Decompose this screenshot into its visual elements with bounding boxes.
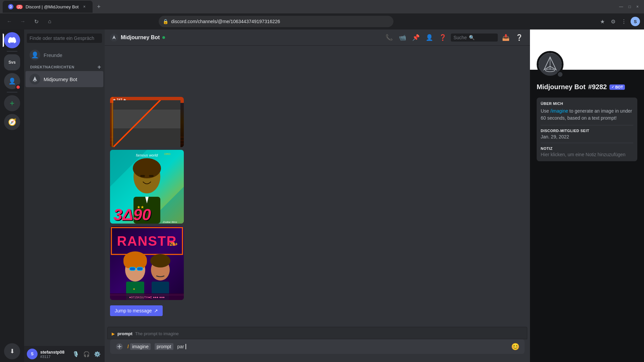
command-name-chip: imagine [130,343,151,350]
poster-car-image: 1990 ★ 747 ★ [110,97,184,147]
bot-badge: ✓ BOT [609,84,625,90]
channel-search-box[interactable]: Suche 🔍 [451,34,498,42]
chat-input-text-area[interactable]: / imagine prompt par [127,340,507,353]
search-placeholder: Suche [453,35,467,40]
deafen-button[interactable]: 🎧 [82,349,91,359]
tab-favicon: D [8,4,13,9]
server-sidebar: Svs 👤 + 🧭 ⬇ [0,29,24,362]
channel-avatar [110,34,118,42]
dm-search-container: Finde oder starte ein Gespräch [24,29,105,47]
svg-point-20 [133,158,161,178]
midjourney-bot-avatar [30,74,40,84]
help-circle-icon[interactable]: ❔ [514,32,525,43]
person-poster-svg: ★★ 3Δ90 famous world ORO Zodiac films [110,150,184,224]
browser-profile-button[interactable]: S [631,17,640,26]
member-since-label: DISCORD-MITGLIED SEIT [541,129,633,133]
forward-button[interactable]: → [17,16,28,27]
video-call-icon[interactable]: 📹 [397,32,408,43]
jump-to-message-button[interactable]: Jump to message ↗ [110,305,163,316]
command-input-text[interactable]: par [177,344,184,349]
autocomplete-popup: ▶ prompt The prompt to imagine [107,327,527,339]
home-button[interactable]: ⌂ [44,16,55,27]
chat-input-box[interactable]: / imagine prompt par 😊 [110,339,525,354]
svg-rect-3 [127,104,167,119]
server-icon-notification[interactable]: 👤 [4,73,20,89]
extension-icon[interactable]: ⚙ [609,17,617,25]
bookmark-icon[interactable]: ★ [598,17,606,25]
tab-close-button[interactable]: × [81,4,87,10]
discord-app: Svs 👤 + 🧭 ⬇ Finde oder starte ein Gesprä… [0,29,644,362]
server-icon-svs[interactable]: Svs [4,54,20,70]
image-card-car: 1990 ★ 747 ★ [110,97,184,147]
more-options-icon[interactable]: ⋮ [620,17,628,25]
midjourney-bot-name: Midjourney Bot [44,76,77,82]
minimize-button[interactable]: — [619,4,623,9]
current-user-tag: #3117 [40,355,68,359]
back-button[interactable]: ← [4,16,15,27]
svg-rect-12 [112,97,113,147]
dm-sidebar: Finde oder starte ein Gespräch 👤 Freunde… [24,29,105,362]
plus-icon: + [10,99,14,108]
channel-name-display: Midjourney Bot [110,34,165,42]
channel-header: Midjourney Bot 📞 📹 📌 👤 ❓ Suche 🔍 📥 ❔ [105,29,530,46]
new-tab-button[interactable]: + [94,2,103,11]
active-tab[interactable]: D (2) Discord | @MidJourney Bot × [3,1,93,13]
url-text: discord.com/channels/@me/106344374919731… [171,19,280,24]
close-button[interactable]: × [636,4,639,9]
svg-rect-22 [149,175,154,177]
member-since-value: Jan. 29, 2022 [541,134,633,139]
tab-notification-count: (2) [16,5,23,9]
dm-section-header: DIREKTNACHRICHTEN + [24,63,105,71]
reload-button[interactable]: ↻ [31,16,42,27]
dm-item-midjourney[interactable]: Midjourney Bot [25,71,103,87]
help-icon[interactable]: ❓ [437,32,448,43]
url-bar[interactable]: 🔒 discord.com/channels/@me/1063443749197… [159,16,393,27]
dm-friends-item[interactable]: 👤 Freunde [25,47,103,63]
image-card-ranstr: RANSTR 28+ [110,226,184,300]
maximize-button[interactable]: □ [629,4,631,9]
profile-card-divider [541,125,633,125]
imagine-link[interactable]: /imagine [550,108,568,114]
phone-call-icon[interactable]: 📞 [384,32,394,43]
image-card-person: ★★ 3Δ90 famous world ORO Zodiac films [110,150,184,224]
about-me-prefix: Use [541,108,550,114]
main-content: Midjourney Bot 📞 📹 📌 👤 ❓ Suche 🔍 📥 ❔ [105,29,530,362]
message-group-images: 1990 ★ 747 ★ [110,97,525,319]
server-icon-home[interactable] [4,32,20,48]
svg-point-7 [162,130,169,137]
svg-rect-2 [117,110,177,130]
command-param-chip: prompt [155,343,173,350]
svg-rect-39 [137,267,143,270]
emoji-icon: 😊 [511,343,520,351]
browser-actions: ★ ⚙ ⋮ S [598,17,640,26]
messages-area[interactable]: 1990 ★ 747 ★ [105,46,530,327]
download-apps-button[interactable]: ⬇ [4,343,20,359]
note-input[interactable]: Hier klicken, um eine Notiz hinzuzufügen [541,152,633,157]
ranstr-poster-svg: RANSTR 28+ [110,226,184,300]
svg-text:famous world: famous world [136,153,158,157]
svg-text:ORO: ORO [164,153,170,156]
profile-panel: Midjourney Bot #9282 ✓ BOT ÜBER MICH Use… [530,29,644,362]
dm-search-input[interactable]: Finde oder starte ein Gespräch [27,34,102,43]
profile-banner [530,29,644,70]
add-server-button[interactable]: + [4,95,20,111]
friends-label: Freunde [44,52,62,58]
server-notification-icon: 👤 [8,77,16,85]
pin-icon[interactable]: 📌 [411,32,421,43]
inbox-icon[interactable]: 📥 [500,32,511,43]
slash-command-indicator: / [127,344,129,349]
autocomplete-hint-label: prompt [117,331,132,336]
add-attachment-button[interactable] [115,343,123,351]
discover-servers-button[interactable]: 🧭 [4,114,20,130]
profile-username: Midjourney Bot [537,83,586,91]
sidebar-bottom-user-controls: S stefanstp08 #3117 🎙️ 🎧 ⚙️ [24,346,105,362]
server-divider [7,51,17,52]
compass-icon: 🧭 [8,118,16,126]
dm-add-button[interactable]: + [97,64,102,70]
settings-button[interactable]: ⚙️ [93,349,102,359]
add-member-icon[interactable]: 👤 [424,32,435,43]
emoji-button[interactable]: 😊 [511,343,519,351]
header-actions: 📞 📹 📌 👤 ❓ Suche 🔍 📥 ❔ [384,32,525,43]
mute-button[interactable]: 🎙️ [71,349,80,359]
browser-chrome: D (2) Discord | @MidJourney Bot × + — □ … [0,0,644,29]
